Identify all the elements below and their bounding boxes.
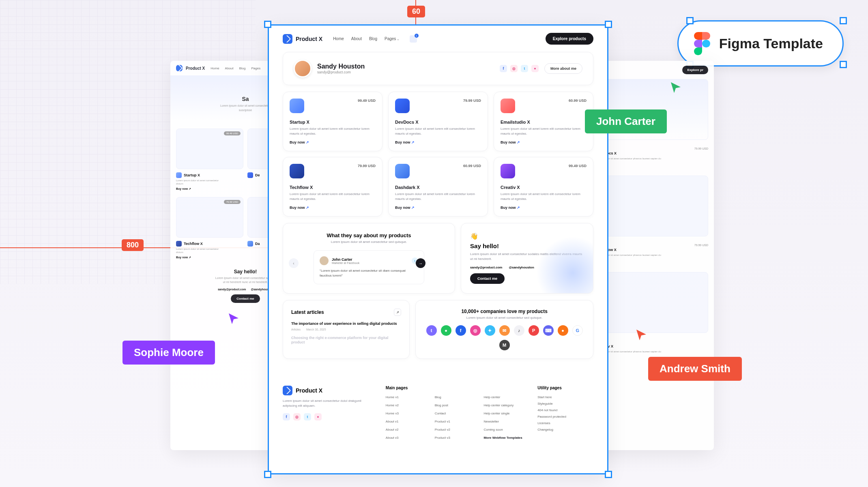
article-item[interactable]: The importance of user experience in sel… (291, 322, 401, 331)
cursor-john (669, 81, 682, 94)
testimonial-next-button[interactable]: → (416, 258, 425, 268)
nav-about[interactable]: About (351, 36, 362, 41)
company-logo-icon: ♪ (514, 325, 524, 336)
selection-handle[interactable] (264, 21, 271, 28)
footer-link[interactable]: Blog (435, 394, 477, 401)
footer-link[interactable]: Help center (483, 394, 525, 401)
buy-now-link[interactable]: Buy now (290, 140, 376, 144)
twitter-icon[interactable]: t (521, 65, 528, 72)
footer-link[interactable]: Start here (537, 394, 593, 401)
footer-link[interactable]: Contact (435, 410, 477, 417)
article-item[interactable]: Choosing the right e-commerce platform f… (291, 336, 401, 345)
product-card[interactable]: 79.99 USD DevDocs X Lorem ipsum dolor si… (388, 92, 488, 151)
footer-link[interactable]: Newsletter (483, 418, 525, 425)
product-card[interactable]: 79.99 USD Techflow X Lorem ipsum dolor s… (283, 157, 382, 217)
buy-now-link[interactable]: Buy now (395, 140, 481, 144)
companies-sub: Lorem ipsum dolor sit amet consectetur s… (424, 316, 585, 320)
articles-card: Latest articles ↗ The importance of user… (283, 300, 410, 359)
instagram-icon[interactable]: ◎ (293, 413, 301, 420)
nav-pages[interactable]: Pages (385, 36, 399, 41)
footer-link[interactable]: Help center category (483, 402, 525, 409)
product-desc: Lorem ipsum dolor sit amet lorem elit co… (395, 192, 481, 202)
product-desc: Lorem ipsum dolor sit amet lorem elit co… (395, 127, 481, 136)
testimonial-role: Marketer at Facebook (332, 262, 359, 264)
figma-pill-label: Figma Template (719, 36, 823, 51)
selection-handle[interactable] (605, 471, 612, 478)
footer-link[interactable]: More Webflow Templates (483, 435, 525, 441)
footer-link[interactable]: About v2 (386, 427, 428, 433)
product-card[interactable]: 99.49 USD Startup X Lorem ipsum dolor si… (283, 92, 382, 151)
selection-handle[interactable] (686, 17, 694, 24)
navbar: Product X Home About Blog Pages Explore … (269, 26, 607, 52)
testimonial-avatar (320, 256, 329, 265)
cart-icon[interactable] (410, 35, 417, 43)
product-card[interactable]: 60.99 USD Emailstudio X Lorem ipsum dolo… (494, 92, 593, 151)
selection-handle[interactable] (605, 21, 612, 28)
contact-button[interactable]: Contact me (470, 273, 505, 284)
nav-blog[interactable]: Blog (369, 36, 377, 41)
footer-util-title: Utility pages (537, 386, 593, 390)
footer-link[interactable]: Product v3 (435, 435, 477, 441)
footer-link[interactable]: Changelog (537, 427, 593, 433)
buy-now-link[interactable]: Buy now (501, 140, 587, 144)
selection-handle[interactable] (840, 17, 847, 24)
facebook-icon[interactable]: f (283, 413, 290, 420)
figma-template-pill[interactable]: Figma Template (677, 20, 844, 67)
company-logo-icon: t (426, 325, 437, 336)
articles-link-icon[interactable]: ↗ (394, 309, 401, 316)
footer-link[interactable]: Home v2 (386, 402, 428, 409)
hello-handle[interactable]: @sandyhouston (509, 266, 534, 269)
footer-link[interactable]: Help center single (483, 410, 525, 417)
cursor-andrew (635, 328, 648, 341)
dribbble-icon[interactable]: ● (531, 65, 539, 72)
cursor-label-andrew: Andrew Smith (648, 357, 742, 381)
companies-card: 10,000+ companies love my products Lorem… (415, 300, 593, 359)
main-artboard[interactable]: Product X Home About Blog Pages Explore … (268, 24, 608, 474)
hello-card: 👋 Say hello! Lorem ipsum dolor sit amet … (461, 223, 593, 294)
footer-link[interactable]: Product v1 (435, 418, 477, 425)
product-desc: Lorem ipsum dolor sit amet lorem elit co… (290, 127, 376, 136)
product-title: Startup X (290, 120, 376, 124)
companies-title: 10,000+ companies love my products (424, 309, 585, 314)
product-card[interactable]: 60.99 USD Dashdark X Lorem ipsum dolor s… (388, 157, 488, 217)
buy-now-link[interactable]: Buy now (395, 206, 481, 210)
dribbble-icon[interactable]: ● (314, 413, 322, 420)
buy-now-link[interactable]: Buy now (501, 206, 587, 210)
company-logo-icon: M (499, 340, 510, 350)
footer-link[interactable]: About v3 (386, 435, 428, 441)
facebook-icon[interactable]: f (500, 65, 507, 72)
hello-email[interactable]: sandy@product.com (470, 266, 502, 269)
product-desc: Lorem ipsum dolor sit amet lorem elit co… (501, 192, 587, 202)
product-icon (290, 164, 304, 178)
more-about-button[interactable]: More about me (544, 63, 582, 74)
footer-brand[interactable]: Product X (283, 386, 374, 395)
distance-badge-top: 60 (407, 6, 425, 17)
footer-link[interactable]: Product v2 (435, 427, 477, 433)
footer-link[interactable]: Licenses (537, 420, 593, 427)
testimonials-card: What they say about my products Lorem ip… (283, 223, 455, 294)
product-desc: Lorem ipsum dolor sit amet lorem elit co… (290, 192, 376, 202)
footer-link[interactable]: About v1 (386, 418, 428, 425)
footer-link[interactable]: Password protected (537, 414, 593, 420)
profile-card: Sandy Houston sandy@product.com f ◎ t ● … (283, 52, 593, 85)
instagram-icon[interactable]: ◎ (510, 65, 518, 72)
brand-label: Product X (296, 36, 322, 42)
product-grid: 99.49 USD Startup X Lorem ipsum dolor si… (283, 92, 593, 217)
footer-link[interactable]: Home v1 (386, 394, 428, 401)
brand[interactable]: Product X (283, 34, 322, 44)
explore-products-button[interactable]: Explore products (546, 33, 593, 45)
footer-link[interactable]: Styleguide (537, 401, 593, 407)
product-icon (395, 164, 410, 178)
hello-title: Say hello! (470, 242, 584, 249)
nav-home[interactable]: Home (333, 36, 344, 41)
footer-link[interactable]: Home v3 (386, 410, 428, 417)
selection-handle[interactable] (840, 61, 847, 68)
footer-link[interactable]: 404 not found (537, 407, 593, 414)
footer-link[interactable]: Coming soon (483, 427, 525, 433)
selection-handle[interactable] (264, 471, 271, 478)
footer-link[interactable]: Blog post (435, 402, 477, 409)
product-card[interactable]: 99.49 USD Creativ X Lorem ipsum dolor si… (494, 157, 593, 217)
buy-now-link[interactable]: Buy now (290, 206, 376, 210)
twitter-icon[interactable]: t (304, 413, 311, 420)
testimonial-prev-button[interactable]: ‹ (289, 258, 299, 268)
